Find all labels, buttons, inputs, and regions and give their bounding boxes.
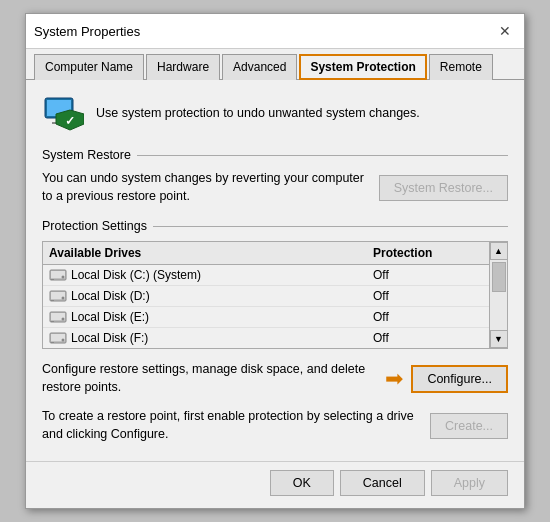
drive-name-c: Local Disk (C:) (System) [71, 268, 373, 282]
col-drives-header: Available Drives [49, 246, 373, 260]
svg-point-20 [62, 339, 65, 342]
apply-button[interactable]: Apply [431, 470, 508, 496]
create-text: To create a restore point, first enable … [42, 408, 420, 443]
drive-protection-e: Off [373, 310, 483, 324]
drive-protection-d: Off [373, 289, 483, 303]
title-bar: System Properties ✕ [26, 14, 524, 49]
system-restore-label: System Restore [42, 148, 131, 162]
tab-hardware[interactable]: Hardware [146, 54, 220, 80]
create-button[interactable]: Create... [430, 413, 508, 439]
configure-text: Configure restore settings, manage disk … [42, 361, 375, 396]
scroll-down-button[interactable]: ▼ [490, 330, 508, 348]
configure-button[interactable]: Configure... [411, 365, 508, 393]
col-protection-header: Protection [373, 246, 483, 260]
tab-system-protection[interactable]: System Protection [299, 54, 426, 80]
configure-btn-wrap: ➡ Configure... [385, 365, 508, 393]
table-row[interactable]: Local Disk (F:) Off [43, 328, 489, 348]
svg-point-16 [62, 318, 65, 321]
svg-rect-21 [51, 342, 54, 343]
close-button[interactable]: ✕ [494, 20, 516, 42]
footer-buttons: OK Cancel Apply [26, 461, 524, 508]
drive-name-d: Local Disk (D:) [71, 289, 373, 303]
intro-text: Use system protection to undo unwanted s… [96, 106, 420, 120]
drives-table-body: Local Disk (C:) (System) Off [43, 265, 489, 348]
arrow-icon: ➡ [385, 366, 403, 392]
table-header: Available Drives Protection [43, 242, 489, 265]
svg-rect-17 [51, 321, 54, 322]
tab-content: ✓ Use system protection to undo unwanted… [26, 80, 524, 461]
svg-rect-13 [51, 300, 54, 301]
table-row[interactable]: Local Disk (E:) Off [43, 307, 489, 328]
tab-bar: Computer Name Hardware Advanced System P… [26, 49, 524, 80]
drive-icon [49, 331, 67, 345]
drive-protection-f: Off [373, 331, 483, 345]
intro-row: ✓ Use system protection to undo unwanted… [42, 92, 508, 134]
tab-advanced[interactable]: Advanced [222, 54, 297, 80]
drive-protection-c: Off [373, 268, 483, 282]
svg-point-12 [62, 297, 65, 300]
restore-description: You can undo system changes by reverting… [42, 170, 369, 205]
window-title: System Properties [34, 24, 140, 39]
scroll-thumb[interactable] [492, 262, 506, 292]
drive-icon [49, 289, 67, 303]
drive-icon [49, 268, 67, 282]
drive-name-e: Local Disk (E:) [71, 310, 373, 324]
create-row: To create a restore point, first enable … [42, 408, 508, 443]
system-restore-divider: System Restore [42, 148, 508, 162]
system-restore-button[interactable]: System Restore... [379, 175, 508, 201]
svg-text:✓: ✓ [65, 114, 75, 128]
drives-scrollbar[interactable]: ▲ ▼ [489, 242, 507, 348]
protection-settings-label: Protection Settings [42, 219, 147, 233]
table-row[interactable]: Local Disk (C:) (System) Off [43, 265, 489, 286]
tab-remote[interactable]: Remote [429, 54, 493, 80]
divider-line [137, 155, 508, 156]
system-properties-window: System Properties ✕ Computer Name Hardwa… [25, 13, 525, 509]
restore-row: You can undo system changes by reverting… [42, 170, 508, 205]
protection-settings-section: Protection Settings Available Drives Pro… [42, 219, 508, 443]
tab-computer-name[interactable]: Computer Name [34, 54, 144, 80]
protection-settings-divider: Protection Settings [42, 219, 508, 233]
drive-icon [49, 310, 67, 324]
ok-button[interactable]: OK [270, 470, 334, 496]
svg-rect-9 [51, 279, 54, 280]
drive-name-f: Local Disk (F:) [71, 331, 373, 345]
cancel-button[interactable]: Cancel [340, 470, 425, 496]
scroll-up-button[interactable]: ▲ [490, 242, 508, 260]
configure-row: Configure restore settings, manage disk … [42, 361, 508, 396]
table-row[interactable]: Local Disk (D:) Off [43, 286, 489, 307]
drives-table-wrapper: Available Drives Protection [42, 241, 508, 349]
shield-computer-icon: ✓ [42, 92, 84, 134]
divider-line2 [153, 226, 508, 227]
svg-point-8 [62, 276, 65, 279]
